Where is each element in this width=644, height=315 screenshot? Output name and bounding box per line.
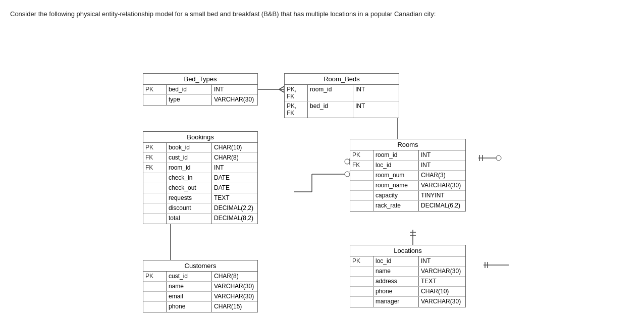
- table-row: PK, FK room_id INT: [285, 85, 399, 101]
- table-row: FK room_id INT: [143, 163, 257, 173]
- rooms-title: Rooms: [350, 139, 465, 150]
- bed-types-title: Bed_Types: [143, 74, 257, 85]
- table-row: PK loc_id INT: [350, 256, 465, 267]
- table-row: FK loc_id INT: [350, 161, 465, 171]
- table-row: PK, FK bed_id INT: [285, 101, 399, 118]
- table-row: requests TEXT: [143, 193, 257, 203]
- table-row: rack_rate DECIMAL(6,2): [350, 201, 465, 211]
- table-row: PK book_id CHAR(10): [143, 143, 257, 153]
- intro-text: Consider the following physical entity-r…: [10, 10, 634, 18]
- table-row: total DECIMAL(8,2): [143, 214, 257, 224]
- table-row: FK cust_id CHAR(8): [143, 153, 257, 163]
- table-row: phone CHAR(10): [350, 287, 465, 297]
- svg-line-4: [279, 89, 284, 92]
- table-row: room_num CHAR(3): [350, 171, 465, 181]
- table-row: discount DECIMAL(2,2): [143, 203, 257, 214]
- table-row: address TEXT: [350, 277, 465, 287]
- table-row: phone CHAR(15): [143, 302, 257, 312]
- locations-table: Locations PK loc_id INT name VARCHAR(30)…: [350, 245, 466, 307]
- table-row: check_out DATE: [143, 183, 257, 193]
- room-beds-title: Room_Beds: [285, 74, 399, 85]
- table-row: PK bed_id INT: [143, 85, 257, 95]
- locations-title: Locations: [350, 245, 465, 256]
- diagram-container: Bed_Types PK bed_id INT type VARCHAR(30)…: [95, 33, 549, 315]
- room-beds-table: Room_Beds PK, FK room_id INT PK, FK bed_…: [284, 73, 399, 118]
- table-row: type VARCHAR(30): [143, 95, 257, 105]
- svg-point-19: [496, 155, 501, 161]
- table-row: room_name VARCHAR(30): [350, 181, 465, 191]
- table-row: check_in DATE: [143, 173, 257, 183]
- bookings-title: Bookings: [143, 132, 257, 143]
- customers-title: Customers: [143, 260, 257, 272]
- table-row: name VARCHAR(30): [143, 282, 257, 292]
- bed-types-table: Bed_Types PK bed_id INT type VARCHAR(30): [143, 73, 258, 106]
- table-row: PK cust_id CHAR(8): [143, 272, 257, 282]
- table-row: PK room_id INT: [350, 150, 465, 161]
- customers-table: Customers PK cust_id CHAR(8) name VARCHA…: [143, 260, 258, 312]
- table-row: name VARCHAR(30): [350, 267, 465, 277]
- bookings-table: Bookings PK book_id CHAR(10) FK cust_id …: [143, 131, 258, 224]
- rooms-table: Rooms PK room_id INT FK loc_id INT room_…: [350, 139, 466, 212]
- svg-point-25: [345, 172, 350, 177]
- table-row: manager VARCHAR(30): [350, 297, 465, 307]
- table-row: capacity TINYINT: [350, 191, 465, 201]
- table-row: email VARCHAR(30): [143, 292, 257, 302]
- svg-line-3: [279, 86, 284, 89]
- svg-point-15: [345, 159, 350, 164]
